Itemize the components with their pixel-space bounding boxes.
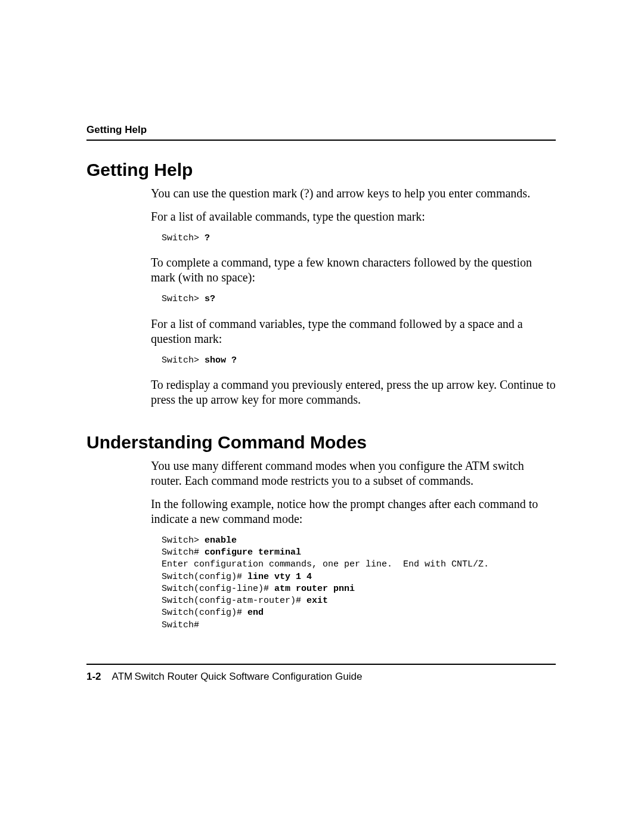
- code-prompt: Switch#: [162, 547, 205, 558]
- page: Getting Help Getting Help You can use th…: [0, 0, 644, 833]
- help-code1: Switch> ?: [162, 233, 556, 244]
- code-input: configure terminal: [205, 547, 301, 558]
- content-area: Getting Help You can use the question ma…: [86, 160, 556, 642]
- running-head: Getting Help: [86, 124, 556, 141]
- code-prompt: Switch>: [162, 355, 205, 366]
- help-code3: Switch> show ?: [162, 355, 556, 367]
- heading-getting-help: Getting Help: [86, 160, 556, 180]
- code-input: show ?: [205, 355, 237, 366]
- code-input: enable: [205, 535, 237, 546]
- modes-code: Switch> enable Switch# configure termina…: [162, 535, 556, 631]
- code-input: end: [247, 608, 264, 618]
- footer-title: ATM Switch Router Quick Software Configu…: [112, 671, 363, 683]
- code-prompt: Switch(config)#: [162, 572, 247, 582]
- code-prompt: Switch(config)#: [162, 608, 247, 618]
- footer: 1-2 ATM Switch Router Quick Software Con…: [86, 664, 556, 683]
- code-prompt: Switch>: [162, 233, 205, 243]
- page-number: 1-2: [86, 671, 101, 683]
- help-body: You can use the question mark (?) and ar…: [151, 186, 556, 407]
- code-input: exit: [306, 596, 328, 606]
- code-prompt: Switch#: [162, 620, 199, 630]
- help-p4: For a list of command variables, type th…: [151, 317, 556, 346]
- code-prompt: Switch>: [162, 535, 205, 546]
- modes-p1: You use many different command modes whe…: [151, 459, 556, 488]
- help-p2: For a list of available commands, type t…: [151, 209, 556, 224]
- modes-p2: In the following example, notice how the…: [151, 497, 556, 527]
- help-p3: To complete a command, type a few known …: [151, 255, 556, 285]
- code-input: atm router pnni: [274, 584, 355, 594]
- code-input: ?: [205, 233, 210, 243]
- help-code2: Switch> s?: [162, 293, 556, 305]
- heading-command-modes: Understanding Command Modes: [86, 432, 556, 453]
- modes-body: You use many different command modes whe…: [151, 459, 556, 631]
- code-input: line vty 1 4: [247, 572, 312, 582]
- help-p5: To redisplay a command you previously en…: [151, 377, 556, 407]
- code-input: s?: [205, 294, 215, 304]
- code-prompt: Switch>: [162, 294, 205, 304]
- code-prompt: Switch(config-atm-router)#: [162, 596, 306, 606]
- code-output: Enter configuration commands, one per li…: [162, 559, 489, 569]
- section-gap: [86, 416, 556, 432]
- help-p1: You can use the question mark (?) and ar…: [151, 186, 556, 201]
- code-prompt: Switch(config-line)#: [162, 584, 274, 594]
